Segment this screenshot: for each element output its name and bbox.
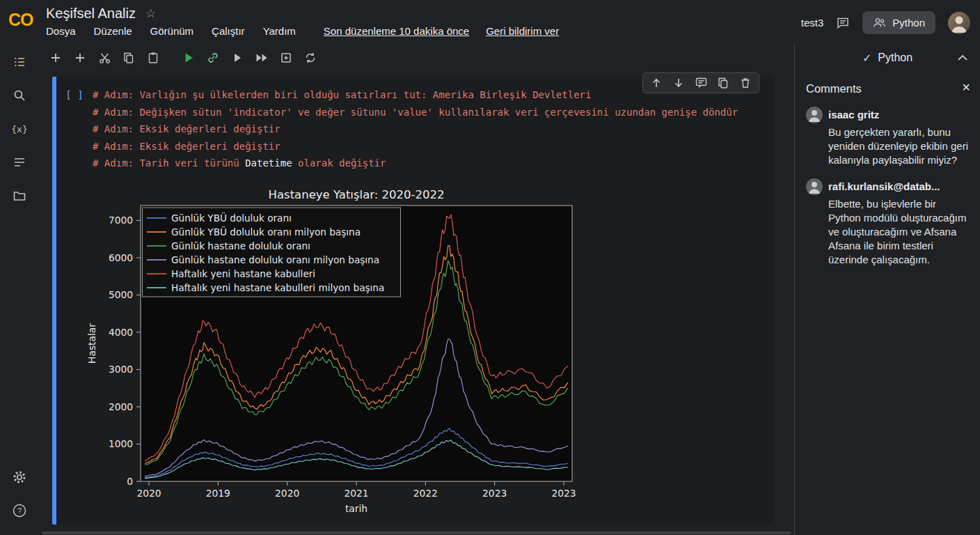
- svg-text:Hastaneye Yatışlar: 2020-2022: Hastaneye Yatışlar: 2020-2022: [269, 188, 445, 201]
- code-cell: [ ] # Adım: Varlığın şu ülkelerden biri …: [52, 77, 773, 525]
- svg-text:2020: 2020: [275, 488, 299, 499]
- insert-section-icon[interactable]: [279, 51, 293, 65]
- add-code-cell-icon[interactable]: [49, 51, 63, 65]
- menu-item-4[interactable]: Çalıştır: [212, 25, 245, 37]
- cut-cell-icon[interactable]: [97, 51, 111, 65]
- svg-text:2019: 2019: [206, 488, 230, 499]
- check-icon: ✓: [862, 52, 871, 65]
- chevron-up-icon[interactable]: [955, 50, 970, 65]
- delete-cell-icon[interactable]: [738, 75, 753, 91]
- cell-output: Hastaneye Yatışlar: 2020-202201000200030…: [56, 180, 773, 525]
- app-header: CO Keşifsel Analiz ☆ DosyaDüzenleGörünüm…: [0, 0, 980, 43]
- move-cell-up-icon[interactable]: [649, 75, 664, 91]
- comment-author: isaac gritz: [828, 107, 969, 123]
- kernel-status-row: ✓ Python: [795, 43, 980, 72]
- run-all-icon[interactable]: [182, 51, 196, 65]
- move-cell-down-icon[interactable]: [671, 75, 686, 91]
- header-right: test3 Python: [801, 11, 970, 34]
- comment-body: Elbette, bu işlevlerle bir Python modülü…: [828, 197, 969, 267]
- svg-text:Günlük hastane doluluk oranı m: Günlük hastane doluluk oranı milyon başı…: [171, 254, 379, 265]
- menu-item-3[interactable]: Görünüm: [150, 25, 194, 37]
- cell-run-gutter[interactable]: [ ]: [56, 86, 93, 172]
- menu-item-1[interactable]: Dosya: [46, 25, 76, 37]
- svg-text:Haftalık yeni hastane kabuller: Haftalık yeni hastane kabulleri: [171, 268, 315, 279]
- horizontal-scrollbar[interactable]: [42, 532, 791, 534]
- left-sidebar: {x} ?: [0, 43, 39, 535]
- code-lines: # Adım: Varlığın şu ülkelerden biri oldu…: [93, 86, 738, 172]
- svg-text:7000: 7000: [109, 215, 133, 226]
- gear-icon[interactable]: [9, 467, 30, 488]
- help-icon[interactable]: ?: [9, 500, 30, 521]
- svg-text:1000: 1000: [109, 438, 133, 449]
- people-icon: [873, 17, 886, 29]
- snippets-icon[interactable]: [9, 152, 30, 173]
- svg-text:?: ?: [17, 506, 22, 515]
- close-icon[interactable]: ×: [962, 79, 970, 95]
- add-text-cell-icon[interactable]: [73, 51, 87, 65]
- cell-comment-icon[interactable]: [693, 75, 709, 91]
- runtime-button-label: Python: [892, 17, 925, 29]
- svg-text:Günlük YBÜ doluluk oranı milyo: Günlük YBÜ doluluk oranı milyon başına: [171, 225, 361, 237]
- comments-panel: Comments × isaac gritzBu gerçekten yarar…: [795, 72, 980, 535]
- code-line: # Adım: Eksik değerleri değiştir: [93, 138, 738, 155]
- run-cell-icon[interactable]: [230, 51, 244, 65]
- comment-avatar: [806, 178, 823, 195]
- svg-text:6000: 6000: [109, 251, 133, 263]
- svg-text:Haftalık yeni hastane kabuller: Haftalık yeni hastane kabulleri milyon b…: [171, 281, 384, 293]
- comments-list: isaac gritzBu gerçekten yararlı, bunu ye…: [806, 107, 969, 267]
- notebook-column: [ ] # Adım: Varlığın şu ülkelerden biri …: [39, 43, 794, 535]
- menu-item-5[interactable]: Yardım: [263, 25, 296, 37]
- sync-icon[interactable]: [303, 51, 317, 65]
- svg-text:2020: 2020: [136, 488, 161, 499]
- colab-logo[interactable]: CO: [8, 10, 42, 30]
- star-icon[interactable]: ☆: [145, 6, 156, 21]
- svg-text:5000: 5000: [109, 289, 133, 300]
- svg-text:Hastalar: Hastalar: [86, 323, 97, 363]
- paste-cell-icon[interactable]: [146, 51, 160, 65]
- comment-bubble-icon[interactable]: [836, 16, 850, 30]
- code-line: # Adım: Varlığın şu ülkelerden biri oldu…: [93, 86, 738, 104]
- notebook-area: [ ] # Adım: Varlığın şu ülkelerden biri …: [39, 72, 794, 535]
- code-line: # Adım: Tarih veri türünü Datetime olara…: [93, 155, 738, 172]
- comment-author: rafi.kurlansik@datab...: [828, 178, 969, 195]
- feedback-link[interactable]: Geri bildirim ver: [486, 25, 559, 37]
- svg-text:3000: 3000: [109, 364, 133, 375]
- menu-item-2[interactable]: Düzenle: [94, 25, 132, 37]
- svg-text:2000: 2000: [109, 401, 133, 412]
- svg-text:tarih: tarih: [345, 503, 368, 514]
- doc-name: test3: [801, 17, 824, 29]
- cell-copy-icon[interactable]: [716, 75, 731, 91]
- notebook-toolbar: [39, 43, 794, 72]
- title-block: Keşifsel Analiz ☆ DosyaDüzenleGörünümÇal…: [46, 6, 566, 37]
- menu-bar: DosyaDüzenleGörünümÇalıştırYardım Son dü…: [46, 25, 566, 37]
- svg-text:0: 0: [127, 475, 133, 486]
- search-icon[interactable]: [9, 85, 30, 106]
- link-icon[interactable]: [206, 51, 220, 65]
- output-chart: Hastaneye Yatışlar: 2020-202201000200030…: [74, 185, 583, 515]
- run-after-icon[interactable]: [255, 51, 269, 65]
- svg-text:Günlük YBÜ doluluk oranı: Günlük YBÜ doluluk oranı: [171, 211, 292, 223]
- last-edit-link[interactable]: Son düzenleme 10 dakika önce: [324, 25, 469, 37]
- svg-text:2023: 2023: [551, 488, 576, 499]
- comment-body: Bu gerçekten yararlı, bunu yeniden düzen…: [828, 125, 969, 167]
- user-avatar[interactable]: [948, 12, 970, 34]
- right-panel: ✓ Python Comments × isaac gritzBu gerçek…: [794, 43, 980, 535]
- svg-text:Günlük hastane doluluk oranı: Günlük hastane doluluk oranı: [171, 240, 310, 251]
- svg-text:2023: 2023: [482, 488, 507, 499]
- table-of-contents-icon[interactable]: [9, 52, 30, 72]
- variables-icon[interactable]: {x}: [9, 118, 30, 139]
- kernel-status-label: Python: [878, 52, 912, 64]
- cell-toolbar: [642, 72, 759, 93]
- comments-title: Comments: [806, 82, 969, 95]
- comment-item: rafi.kurlansik@datab...Elbette, bu işlev…: [806, 178, 969, 267]
- notebook-title[interactable]: Keşifsel Analiz: [46, 6, 136, 22]
- files-folder-icon[interactable]: [9, 185, 30, 206]
- svg-text:2021: 2021: [344, 488, 368, 499]
- code-line: # Adım: Eksik değerleri değiştir: [93, 121, 738, 138]
- svg-text:4000: 4000: [109, 326, 133, 337]
- comment-avatar: [806, 107, 823, 123]
- colab-app: CO Keşifsel Analiz ☆ DosyaDüzenleGörünüm…: [0, 0, 980, 535]
- svg-text:2022: 2022: [413, 488, 438, 499]
- copy-cell-icon[interactable]: [122, 51, 136, 65]
- runtime-python-button[interactable]: Python: [862, 11, 935, 34]
